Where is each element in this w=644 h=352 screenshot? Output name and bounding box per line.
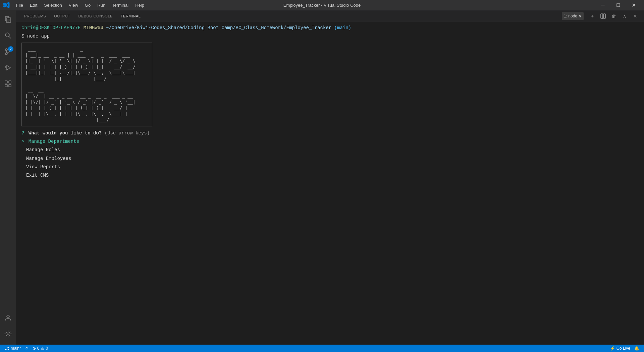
terminal-command: $ node app <box>21 34 50 39</box>
warning-icon: ⚠ <box>41 346 44 351</box>
panel-tab-actions: 1: node ∨ + 🗑 ∧ ✕ <box>562 11 640 21</box>
terminal-dropdown-icon: ∨ <box>579 14 582 18</box>
terminal-selector[interactable]: 1: node ∨ <box>562 12 584 20</box>
terminal-prompt-line: chris@DESKTOP-LAFN77E MINGW64 ~/OneDrive… <box>21 24 639 32</box>
settings-icon[interactable] <box>0 326 16 342</box>
vscode-logo-icon <box>3 1 10 9</box>
menu-item-employees[interactable]: Manage Employees <box>21 155 639 163</box>
go-live-icon: ⚡ <box>610 346 615 351</box>
svg-point-7 <box>5 49 7 51</box>
terminal-shell: MINGW64 <box>84 25 103 31</box>
status-bar: ⎇ main* ↻ ⊗ 0 ⚠ 0 ⚡ Go Live 🔔 <box>0 345 644 352</box>
menu-item-exit-label: Exit CMS <box>26 173 49 178</box>
activity-bar-bottom <box>0 310 16 345</box>
svg-rect-21 <box>601 14 603 18</box>
run-debug-icon[interactable] <box>0 60 16 76</box>
minimize-button[interactable]: ─ <box>595 0 610 10</box>
branch-icon: ⎇ <box>5 346 9 351</box>
go-live-button[interactable]: ⚡ Go Live <box>608 345 632 352</box>
svg-point-9 <box>5 53 7 55</box>
terminal-panel[interactable]: chris@DESKTOP-LAFN77E MINGW64 ~/OneDrive… <box>16 22 644 345</box>
close-button[interactable]: ✕ <box>626 0 641 10</box>
errors-status[interactable]: ⊗ 0 ⚠ 0 <box>31 345 50 352</box>
editor-area: PROBLEMS OUTPUT DEBUG CONSOLE TERMINAL 1… <box>16 10 644 345</box>
menu-edit[interactable]: Edit <box>26 1 41 9</box>
menu-item-roles-label: Manage Roles <box>26 147 60 153</box>
menu-selection[interactable]: Selection <box>41 1 65 9</box>
menu-view[interactable]: View <box>65 1 82 9</box>
selected-arrow-icon: > <box>21 139 24 144</box>
warning-count: 0 <box>46 346 48 351</box>
account-icon[interactable] <box>0 310 16 326</box>
menu-terminal[interactable]: Terminal <box>109 1 132 9</box>
window-controls: ─ □ ✕ <box>595 0 641 10</box>
notifications-button[interactable]: 🔔 <box>632 345 641 352</box>
source-control-badge: 2 <box>8 46 13 52</box>
go-live-label: Go Live <box>616 346 630 351</box>
menu-go[interactable]: Go <box>82 1 94 9</box>
activity-bar: 2 <box>0 10 16 345</box>
status-bar-right: ⚡ Go Live 🔔 <box>608 345 641 352</box>
branch-name: main* <box>11 346 21 351</box>
question-text: What would you like to do? <box>29 130 102 136</box>
svg-rect-15 <box>5 81 7 83</box>
hint-text: (Use arrow keys) <box>105 130 150 136</box>
tab-terminal[interactable]: TERMINAL <box>117 10 145 22</box>
ascii-art-box: ___ _ | __|_ __ _ __ | | ___ _ _ ___ ___… <box>21 43 639 126</box>
terminal-name-label: 1: node <box>564 14 577 18</box>
question-icon: ? <box>21 130 24 136</box>
search-icon[interactable] <box>0 27 16 44</box>
menu-run[interactable]: Run <box>94 1 109 9</box>
svg-line-6 <box>9 37 11 39</box>
window-title: Employee_Tracker - Visual Studio Code <box>283 3 361 8</box>
error-count: 0 <box>37 346 40 351</box>
tab-debug-console[interactable]: DEBUG CONSOLE <box>74 10 116 22</box>
extensions-icon[interactable] <box>0 76 16 92</box>
new-terminal-button[interactable]: + <box>588 11 597 21</box>
error-icon: ⊗ <box>33 346 36 351</box>
tab-problems[interactable]: PROBLEMS <box>20 10 50 22</box>
menu-item-reports-label: View Reports <box>26 164 60 170</box>
main-container: 2 <box>0 10 644 345</box>
branch-status[interactable]: ⎇ main* <box>3 345 23 352</box>
terminal-path: ~/OneDrive/Kiwi-Codes_Shared/Coding Boot… <box>106 25 331 31</box>
menu-help[interactable]: Help <box>132 1 148 9</box>
menu-item-departments[interactable]: > Manage Departments <box>21 137 639 146</box>
terminal-branch: (main) <box>334 25 351 31</box>
svg-rect-16 <box>9 81 11 83</box>
title-bar: File Edit Selection View Go Run Terminal… <box>0 0 644 10</box>
maximize-panel-button[interactable]: ∧ <box>620 11 629 21</box>
split-terminal-button[interactable] <box>598 11 608 21</box>
panel-tabs: PROBLEMS OUTPUT DEBUG CONSOLE TERMINAL 1… <box>16 10 644 22</box>
kill-terminal-button[interactable]: 🗑 <box>609 11 619 21</box>
svg-rect-18 <box>9 84 11 87</box>
sync-icon: ↻ <box>25 346 29 351</box>
explorer-icon[interactable] <box>0 11 16 27</box>
svg-point-20 <box>7 333 9 335</box>
terminal-user: chris@DESKTOP-LAFN77E <box>21 25 80 31</box>
svg-rect-17 <box>5 84 7 87</box>
close-panel-button[interactable]: ✕ <box>631 11 640 21</box>
tab-output[interactable]: OUTPUT <box>50 10 74 22</box>
menu-question: ? What would you like to do? (Use arrow … <box>21 129 639 137</box>
menu-item-departments-label: Manage Departments <box>29 139 79 144</box>
terminal-command-line: $ node app <box>21 33 639 40</box>
menu-item-reports[interactable]: View Reports <box>21 163 639 171</box>
bell-icon: 🔔 <box>634 346 639 351</box>
menu-item-employees-label: Manage Employees <box>26 156 71 161</box>
menu-item-exit[interactable]: Exit CMS <box>21 171 639 180</box>
menu-file[interactable]: File <box>13 1 26 9</box>
menu-item-roles[interactable]: Manage Roles <box>21 146 639 154</box>
sync-status[interactable]: ↻ <box>23 345 31 352</box>
svg-point-19 <box>7 315 9 318</box>
source-control-icon[interactable]: 2 <box>0 44 16 60</box>
maximize-button[interactable]: □ <box>610 0 626 10</box>
svg-marker-11 <box>7 65 10 70</box>
svg-rect-22 <box>603 14 605 18</box>
